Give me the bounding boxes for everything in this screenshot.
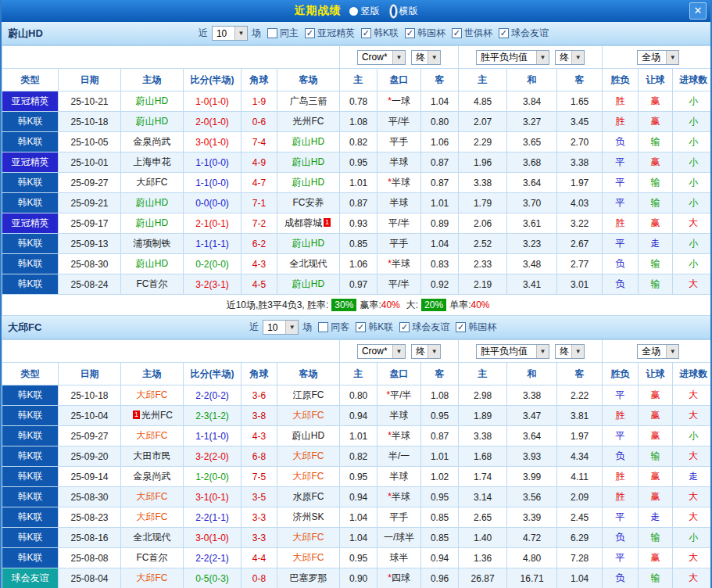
odds-home-cell: 3.38 [459,173,507,193]
league-type-cell: 韩K联 [2,507,59,528]
odds-away-cell: 3.22 [557,213,603,234]
checkbox-checked-icon: ✓ [361,28,371,38]
odds-draw-cell: 3.84 [507,91,557,112]
odds-average-select[interactable]: 胜平负均值▼ [476,50,549,65]
filter-label: 世俱杯 [464,27,492,40]
result-goals-cell: 小 [673,112,712,132]
final-odds-select[interactable]: 终▼ [411,344,441,359]
odds-draw-cell: 3.93 [507,446,557,467]
filter-item[interactable]: 同主 [267,27,299,40]
odds-average-select[interactable]: 胜平负均值▼ [476,344,549,359]
result-handicap-cell: 赢 [639,487,673,507]
final-odds-value: 终 [556,345,571,358]
corners-cell: 1-9 [242,91,277,112]
handicap-line-cell: *一球 [377,91,421,112]
scope-select[interactable]: 全场▼ [637,50,679,65]
final-odds-select[interactable]: 终▼ [555,344,585,359]
match-date-cell: 25-09-17 [59,213,121,234]
column-header: 类型 [2,363,59,385]
column-headers-row: 类型日期主场比分(半场)角球客场主盘口客主和客胜负让球进球数 [2,363,712,385]
checkbox-unchecked-icon [318,322,328,332]
match-row: 韩K联25-10-041光州FC2-3(1-2)3-8大邱FC0.94半球0.9… [2,406,712,426]
result-wdl-cell: 平 [603,234,639,254]
filter-item[interactable]: ✓球会友谊 [499,27,549,40]
handicap-away-odds-cell: 0.87 [421,173,459,193]
score-cell: 3-1(0-1) [184,487,242,507]
league-type-cell: 亚冠精英 [2,213,59,234]
bookmaker-select[interactable]: Crow*▼ [357,50,406,65]
handicap-home-odds-cell: 0.95 [340,467,377,487]
matches-body: 亚冠精英25-10-21蔚山HD1-0(1-0)1-9广岛三箭0.78*一球1.… [2,91,712,295]
result-goals-cell: 大 [673,385,712,406]
corners-cell: 3-5 [242,487,277,507]
layout-option-horizontal[interactable]: 横版 [388,4,418,19]
radio-label: 竖版 [361,5,380,18]
chevron-down-icon: ▼ [285,321,298,334]
home-team-cell: 全北现代 [121,528,184,548]
odds-draw-cell: 3.70 [507,193,557,213]
match-count-select[interactable]: 10▼ [212,26,248,41]
wdl-odds-controls: 胜平负均值▼ 终▼ [459,46,603,69]
handicap-away-odds-cell: 0.83 [421,254,459,274]
bookmaker-select[interactable]: Crow*▼ [357,344,406,359]
radio-unselected-icon [349,7,358,16]
result-handicap-cell: 输 [639,274,673,295]
filter-item[interactable]: ✓韩K联 [361,27,399,40]
handicap-odds-controls: Crow*▼ 终▼ [340,340,459,363]
result-wdl-cell: 胜 [603,467,639,487]
league-type-cell: 韩K联 [2,385,59,406]
score-cell: 3-2(3-1) [184,274,242,295]
filter-item[interactable]: ✓韩K联 [356,321,393,334]
column-header: 主场 [121,363,184,385]
score-cell: 2-3(1-2) [184,406,242,426]
dialog-title: 近期战绩 [295,4,342,18]
favorite-star-icon: * [388,258,392,269]
filter-item[interactable]: ✓球会友谊 [399,321,449,334]
scope-select[interactable]: 全场▼ [637,344,679,359]
result-goals-cell: 小 [673,152,712,173]
match-date-cell: 25-08-24 [59,274,121,295]
layout-option-vertical[interactable]: 竖版 [349,5,380,18]
handicap-line-cell: 平/半 [377,213,421,234]
filter-item[interactable]: ✓韩国杯 [405,27,445,40]
corners-cell: 4-9 [242,152,277,173]
final-odds-select[interactable]: 终▼ [411,50,441,65]
result-wdl-cell: 负 [603,528,639,548]
odds-away-cell: 6.29 [557,528,603,548]
filter-item[interactable]: ✓世俱杯 [452,27,492,40]
odds-draw-cell: 3.39 [507,507,557,528]
odds-away-cell: 2.67 [557,234,603,254]
games-label: 场 [252,27,261,40]
filter-item[interactable]: ✓亚冠精英 [305,27,355,40]
home-team-cell: 大邱FC [121,426,184,446]
home-team-name: FC首尔 [137,552,168,563]
handicap-away-odds-cell: 0.80 [421,112,459,132]
result-handicap-cell: 走 [639,507,673,528]
result-handicap-cell: 赢 [639,112,673,132]
handicap-home-odds-cell: 1.04 [340,507,377,528]
score-cell: 0-5(0-3) [184,568,242,588]
odds-draw-cell: 3.61 [507,213,557,234]
odds-draw-cell: 16.71 [507,568,557,588]
match-count-select[interactable]: 10▼ [263,320,299,335]
home-team-name: 浦项制铁 [134,238,171,249]
odds-draw-cell: 4.80 [507,548,557,568]
league-type-cell: 韩K联 [2,112,59,132]
filter-item[interactable]: 同客 [318,321,349,334]
home-team-name: 上海申花 [134,156,171,167]
final-odds-select[interactable]: 终▼ [555,50,585,65]
team-name: 大邱FC [8,321,41,335]
odds-draw-cell: 3.64 [507,426,557,446]
handicap-away-odds-cell: 0.85 [421,507,459,528]
column-header: 和 [507,69,557,91]
corners-cell: 0-8 [242,568,277,588]
result-handicap-cell: 赢 [639,426,673,446]
corners-cell: 4-3 [242,426,277,446]
home-team-cell: 大邱FC [121,487,184,507]
column-header: 主 [459,363,507,385]
filter-item[interactable]: ✓韩国杯 [456,321,496,334]
close-icon[interactable]: ✕ [689,2,707,20]
away-team-cell: 蔚山HD [277,234,340,254]
match-count-value: 10 [213,27,234,40]
match-row: 亚冠精英25-10-01上海申花1-1(0-0)4-9蔚山HD0.95半球0.8… [2,152,712,173]
